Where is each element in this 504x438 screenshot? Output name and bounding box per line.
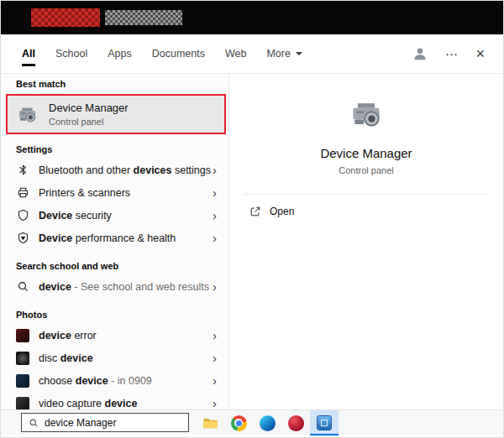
list-item-device-performance[interactable]: Device performance & health [1, 227, 228, 249]
shield-heart-icon [16, 232, 29, 244]
taskbar [1, 409, 503, 435]
tab-documents[interactable]: Documents [152, 34, 205, 73]
open-icon [249, 206, 261, 217]
photo-thumbnail [16, 329, 29, 342]
list-item-label: choose device - in 0909 [39, 375, 211, 387]
chevron-right-icon[interactable] [211, 164, 218, 176]
section-header-web-search: Search school and web [1, 249, 228, 275]
tab-documents-label: Documents [152, 48, 205, 60]
tab-more-label: More [266, 48, 290, 60]
window-titlebar [1, 1, 503, 34]
chevron-right-icon[interactable] [211, 374, 218, 387]
header-actions: … × [412, 34, 485, 73]
device-manager-icon [16, 103, 39, 126]
chevron-right-icon[interactable] [211, 280, 218, 293]
list-item-label: Device security [39, 210, 211, 222]
printer-icon [16, 186, 29, 199]
redacted-red-block [31, 8, 100, 27]
tab-web-label: Web [225, 48, 246, 60]
tab-more[interactable]: More [266, 34, 302, 73]
app-icon-red[interactable] [281, 410, 310, 435]
chevron-right-icon[interactable] [211, 352, 218, 364]
windows-search-screen: All School Apps Documents Web More … × B… [0, 0, 504, 438]
shield-icon [16, 209, 29, 222]
best-match-subtitle: Control panel [49, 117, 129, 127]
section-header-best-match: Best match [1, 74, 228, 93]
photo-thumbnail [16, 397, 29, 410]
list-item-web-search[interactable]: device - See school and web results [1, 275, 228, 298]
chevron-right-icon[interactable] [211, 186, 218, 199]
best-match-title: Device Manager [49, 102, 129, 114]
redacted-text-block [105, 10, 182, 25]
active-app-icon[interactable] [310, 410, 339, 435]
taskbar-search-input[interactable] [45, 417, 181, 429]
list-item-label: Bluetooth and other devices settings [39, 164, 211, 176]
tab-school[interactable]: School [55, 34, 87, 73]
file-explorer-icon[interactable] [196, 410, 224, 435]
list-item-label: device error [39, 330, 211, 342]
photo-thumbnail [16, 374, 29, 388]
bluetooth-icon [16, 164, 29, 176]
list-item-label: video capture device [39, 398, 211, 409]
list-item-photo-choose-device[interactable]: choose device - in 0909 [1, 369, 228, 392]
list-item-device-security[interactable]: Device security [1, 204, 228, 227]
tab-apps-label: Apps [108, 48, 132, 60]
list-item-label: Device performance & health [39, 232, 211, 244]
divider [244, 194, 488, 195]
preview-pane: Device Manager Control panel Open [228, 74, 503, 409]
preview-title: Device Manager [229, 146, 503, 160]
tab-all[interactable]: All [22, 34, 35, 73]
photo-thumbnail [16, 352, 29, 365]
results-panel: Best match Device Manager Control panel … [1, 74, 228, 409]
taskbar-icons [196, 410, 339, 435]
chevron-right-icon[interactable] [211, 209, 218, 222]
search-icon [16, 280, 29, 293]
search-icon [29, 418, 39, 428]
chevron-right-icon[interactable] [211, 232, 218, 244]
open-label: Open [270, 206, 294, 217]
list-item-bluetooth-settings[interactable]: Bluetooth and other devices settings [1, 159, 228, 181]
list-item-photo-device-error[interactable]: device error [1, 324, 228, 347]
tab-all-label: All [22, 48, 35, 60]
search-filter-bar: All School Apps Documents Web More … × [1, 34, 503, 74]
open-button[interactable]: Open [249, 206, 294, 217]
preview-subtitle: Control panel [229, 165, 503, 175]
chevron-right-icon[interactable] [211, 397, 218, 409]
profile-icon[interactable] [412, 46, 428, 61]
device-manager-icon [348, 96, 385, 133]
section-header-photos: Photos [1, 298, 228, 324]
chevron-right-icon[interactable] [211, 329, 218, 342]
taskbar-search-box[interactable] [21, 413, 189, 432]
tab-apps[interactable]: Apps [108, 34, 132, 73]
section-header-settings: Settings [1, 133, 228, 159]
edge-icon[interactable] [253, 410, 281, 435]
list-item-label: Printers & scanners [39, 187, 211, 199]
best-match-item[interactable]: Device Manager Control panel [8, 96, 224, 133]
chrome-icon[interactable] [224, 410, 253, 435]
close-button[interactable]: × [475, 45, 485, 63]
list-item-photo-disc-device[interactable]: disc device [1, 347, 228, 369]
chevron-down-icon [296, 52, 302, 59]
list-item-printers-scanners[interactable]: Printers & scanners [1, 181, 228, 204]
tab-web[interactable]: Web [225, 34, 246, 73]
more-options-button[interactable]: … [444, 44, 459, 59]
tab-school-label: School [55, 48, 87, 60]
best-match-text: Device Manager Control panel [49, 102, 129, 127]
list-item-label: disc device [39, 352, 211, 364]
list-item-label: device - See school and web results [39, 281, 211, 293]
